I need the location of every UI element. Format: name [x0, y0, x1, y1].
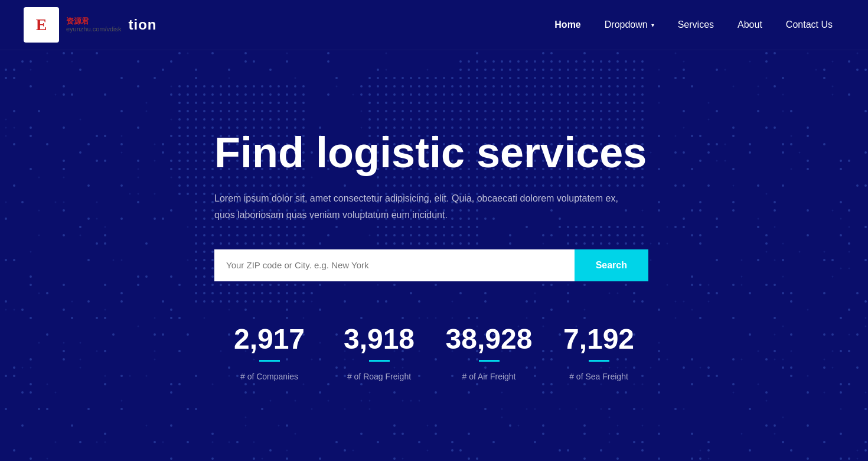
- nav-item-services[interactable]: Services: [666, 3, 726, 47]
- logo-url: eyunzhu.com/vdisk: [66, 25, 122, 33]
- stats-row: 2,917 # of Companies 3,918 # of Roag Fre…: [214, 323, 654, 382]
- nav-link-contact[interactable]: Contact Us: [774, 3, 844, 47]
- nav-item-home[interactable]: Home: [543, 3, 592, 47]
- stat-label-0: # of Companies: [240, 372, 298, 381]
- search-button[interactable]: Search: [575, 249, 648, 281]
- nav-link-services[interactable]: Services: [666, 3, 726, 47]
- stat-label-2: # of Air Freight: [462, 372, 515, 381]
- logo-area: E 资源君 eyunzhu.com/vdisk tion: [24, 7, 157, 43]
- hero-description: Lorem ipsum dolor sit, amet consectetur …: [214, 190, 622, 222]
- hero-title: Find logistic services: [214, 129, 654, 176]
- stat-divider-0: [259, 360, 280, 362]
- hero-section: Find logistic services Lorem ipsum dolor…: [0, 50, 868, 461]
- nav-item-contact[interactable]: Contact Us: [774, 3, 844, 47]
- stat-divider-1: [369, 360, 390, 362]
- nav-link-dropdown[interactable]: Dropdown ▾: [593, 3, 666, 47]
- nav-item-about[interactable]: About: [726, 3, 774, 47]
- stat-divider-3: [589, 360, 609, 362]
- stat-item-0: 2,917 # of Companies: [214, 323, 324, 382]
- nav-links: Home Dropdown ▾ Services About Contact U…: [543, 3, 844, 47]
- stat-label-3: # of Sea Freight: [569, 372, 628, 381]
- nav-link-about[interactable]: About: [726, 3, 774, 47]
- stat-value-1: 3,918: [330, 323, 428, 355]
- stat-item-2: 38,928 # of Air Freight: [434, 323, 544, 382]
- chevron-down-icon: ▾: [651, 22, 654, 28]
- logo-letter: E: [36, 15, 47, 34]
- navbar: E 资源君 eyunzhu.com/vdisk tion Home Dropdo…: [0, 0, 868, 50]
- site-name: tion: [129, 17, 157, 33]
- stat-item-1: 3,918 # of Roag Freight: [324, 323, 434, 382]
- stat-item-3: 7,192 # of Sea Freight: [544, 323, 654, 382]
- logo-text-block: 资源君 eyunzhu.com/vdisk: [66, 17, 122, 34]
- nav-link-home[interactable]: Home: [543, 3, 592, 47]
- stat-value-0: 2,917: [220, 323, 318, 355]
- stat-value-3: 7,192: [550, 323, 648, 355]
- search-bar: Search: [214, 249, 648, 281]
- nav-item-dropdown[interactable]: Dropdown ▾: [593, 3, 666, 47]
- search-input[interactable]: [214, 249, 575, 281]
- stat-value-2: 38,928: [440, 323, 538, 355]
- stat-divider-2: [479, 360, 500, 362]
- stat-label-1: # of Roag Freight: [347, 372, 411, 381]
- logo-image: E: [24, 7, 59, 43]
- logo-chinese-text: 资源君: [66, 17, 122, 26]
